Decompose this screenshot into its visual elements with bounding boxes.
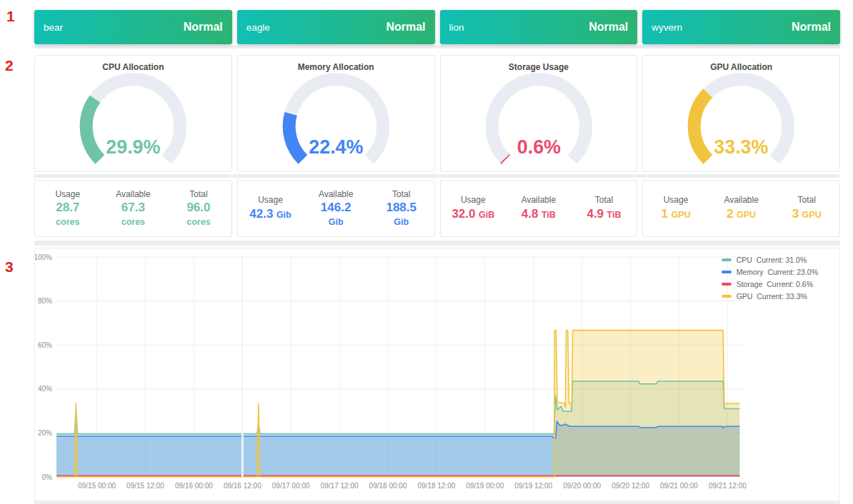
- status-badge: Normal: [184, 21, 223, 34]
- annotation-marker-2: 2: [5, 57, 14, 74]
- y-axis-tick-label: 40%: [38, 385, 52, 393]
- x-axis-tick-label: 09/16 12:00: [224, 482, 261, 490]
- legend-item-memory[interactable]: Memory Current: 23.0%: [722, 268, 818, 276]
- y-axis-tick-label: 100%: [35, 253, 52, 261]
- stat-available: Available67.3cores: [101, 181, 166, 236]
- legend-color-dash: [722, 258, 732, 261]
- stat-label: Available: [522, 194, 556, 206]
- stat-total: Total96.0cores: [166, 181, 231, 236]
- panel-title: Storage Usage: [441, 56, 637, 72]
- y-axis-tick-label: 60%: [38, 341, 52, 349]
- x-axis-tick-label: 09/21 12:00: [709, 482, 747, 490]
- gauge-svg: 33.3%: [643, 73, 839, 173]
- stats-row: Usage28.7coresAvailable67.3coresTotal96.…: [34, 180, 840, 237]
- stat-label: Usage: [664, 194, 689, 206]
- status-badge: Normal: [589, 21, 628, 34]
- gpu-stats-card: Usage1 GPUAvailable2 GPUTotal3 GPU: [642, 180, 840, 237]
- y-axis-tick-label: 80%: [38, 297, 52, 305]
- gauge-percent-label: 33.3%: [714, 136, 769, 158]
- storage-stats-card: Usage32.0 GiBAvailable4.8 TiBTotal4.9 Ti…: [440, 180, 638, 237]
- gauge-percent-label: 0.6%: [517, 136, 560, 158]
- stat-label: Available: [724, 194, 758, 206]
- stat-label: Total: [798, 194, 816, 206]
- x-axis-tick-label: 09/20 12:00: [612, 482, 649, 490]
- legend-label: Memory Current: 23.0%: [737, 268, 818, 276]
- x-axis-tick-label: 09/21 00:00: [660, 482, 698, 490]
- status-card-eagle[interactable]: eagle Normal: [237, 10, 435, 44]
- status-card-lion[interactable]: lion Normal: [440, 10, 638, 44]
- gauge-svg: 29.9%: [35, 73, 231, 173]
- gauge-svg: 22.4%: [238, 73, 434, 173]
- stat-total: Total188.5Gib: [369, 181, 434, 236]
- stat-value: 1 GPU: [662, 206, 691, 223]
- y-axis-tick-label: 0%: [42, 473, 53, 481]
- gpu-gauge: 33.3%: [643, 73, 839, 173]
- gauge-svg: 0.6%: [441, 73, 637, 173]
- legend-color-dash: [722, 283, 732, 286]
- x-axis-tick-label: 09/17 00:00: [272, 482, 310, 490]
- stat-label: Usage: [258, 194, 283, 206]
- cpu-gauge: 29.9%: [35, 73, 231, 173]
- x-axis-tick-label: 09/20 00:00: [563, 482, 601, 490]
- stat-label: Available: [319, 188, 353, 200]
- annotation-marker-3: 3: [5, 258, 14, 276]
- cluster-name: wyvern: [652, 22, 682, 33]
- stat-usage: Usage28.7cores: [35, 181, 101, 236]
- y-axis-tick-label: 20%: [38, 429, 52, 437]
- stat-usage: Usage32.0 GiB: [441, 181, 507, 236]
- cluster-name: eagle: [246, 22, 270, 33]
- stat-total: Total3 GPU: [774, 181, 839, 236]
- x-axis-tick-label: 09/17 12:00: [321, 482, 359, 490]
- stat-label: Total: [595, 194, 613, 206]
- row-divider: [34, 174, 840, 178]
- stat-value: 96.0cores: [186, 200, 210, 228]
- stat-value: 188.5Gib: [386, 200, 416, 228]
- usage-history-chart[interactable]: 0%20%40%60%80%100%09/15 00:0009/15 12:00…: [35, 248, 839, 500]
- stat-label: Usage: [55, 188, 80, 200]
- stat-value: 67.3cores: [121, 200, 145, 228]
- stat-value: 3 GPU: [792, 206, 822, 223]
- stat-value: 28.7cores: [56, 200, 79, 228]
- gauge-value-arc: [289, 114, 302, 159]
- gauge-percent-label: 22.4%: [309, 136, 363, 158]
- status-card-bear[interactable]: bear Normal: [34, 10, 232, 44]
- legend-item-gpu[interactable]: GPU Current: 33.3%: [722, 292, 818, 301]
- panel-storage-usage: Storage Usage 0.6%: [440, 55, 638, 172]
- stat-usage: Usage1 GPU: [643, 181, 709, 236]
- chart-legend: CPU Current: 31.0%Memory Current: 23.0%S…: [722, 256, 818, 301]
- x-axis-tick-label: 09/18 00:00: [369, 482, 407, 490]
- memory-gauge: 22.4%: [238, 73, 434, 173]
- memory-stats-card: Usage42.3 GibAvailable146.2GibTotal188.5…: [237, 180, 435, 237]
- stat-available: Available2 GPU: [709, 181, 774, 236]
- stat-total: Total4.9 TiB: [572, 181, 637, 236]
- legend-item-storage[interactable]: Storage Current: 0.6%: [722, 280, 818, 288]
- panel-cpu-allocation: CPU Allocation 29.9%: [34, 55, 232, 172]
- legend-color-dash: [722, 295, 732, 298]
- stat-value: 4.9 TiB: [587, 206, 621, 223]
- status-badge: Normal: [792, 21, 831, 34]
- chart-svg: 0%20%40%60%80%100%09/15 00:0009/15 12:00…: [35, 248, 839, 500]
- x-axis-tick-label: 09/16 00:00: [175, 482, 213, 490]
- stat-usage: Usage42.3 Gib: [238, 181, 304, 236]
- stat-label: Total: [392, 188, 410, 200]
- legend-item-cpu[interactable]: CPU Current: 31.0%: [722, 256, 818, 264]
- gauge-value-arc: [694, 94, 708, 160]
- status-card-wyvern[interactable]: wyvern Normal: [642, 10, 840, 44]
- legend-color-dash: [722, 271, 732, 273]
- x-axis-tick-label: 09/15 00:00: [78, 482, 116, 490]
- x-axis-tick-label: 09/19 00:00: [466, 482, 504, 490]
- stat-available: Available4.8 TiB: [506, 181, 572, 236]
- stat-available: Available146.2Gib: [303, 181, 369, 236]
- stat-label: Available: [116, 188, 150, 200]
- panel-title: Memory Allocation: [238, 56, 434, 72]
- dashboard-page: 1 2 3 bear Normal eagle Normal lion Norm…: [0, 0, 853, 504]
- usage-history-panel: 0%20%40%60%80%100%09/15 00:0009/15 12:00…: [34, 248, 840, 501]
- stat-value: 42.3 Gib: [249, 206, 291, 223]
- gauge-value-arc: [86, 99, 100, 160]
- cpu-stats-card: Usage28.7coresAvailable67.3coresTotal96.…: [34, 180, 232, 237]
- x-axis-tick-label: 09/15 12:00: [126, 482, 164, 490]
- stat-value: 2 GPU: [727, 206, 756, 223]
- row-divider: [34, 241, 840, 246]
- legend-label: GPU Current: 33.3%: [737, 292, 807, 301]
- dashboard-content: bear Normal eagle Normal lion Normal wyv…: [34, 10, 840, 504]
